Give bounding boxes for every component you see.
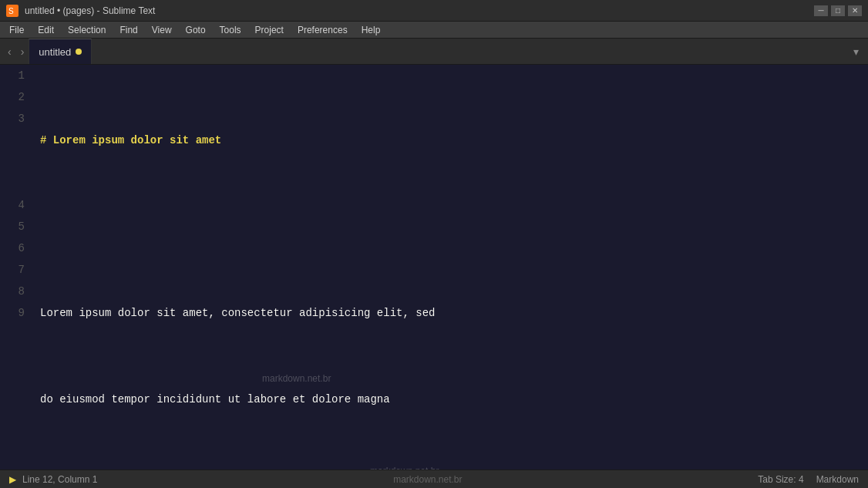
status-right: Tab Size: 4 Markdown <box>758 474 859 485</box>
tab-modified-dot <box>76 49 82 55</box>
status-bar: ▶ Line 12, Column 1 markdown.net.br Tab … <box>0 469 868 488</box>
svg-text:S: S <box>8 7 14 15</box>
app-icon: S <box>6 5 19 17</box>
editor[interactable]: 1 2 3 4 5 6 7 8 9 # Lorem ipsum dolor si… <box>0 65 868 469</box>
tab-dropdown-button[interactable]: ▾ <box>847 44 865 59</box>
line-number-11: 8 <box>6 281 25 302</box>
menu-selection[interactable]: Selection <box>62 23 112 37</box>
line-number-8: 5 <box>6 216 25 237</box>
title-bar: S untitled • (pages) - Sublime Text ─ □ … <box>0 0 868 22</box>
close-button[interactable]: ✕ <box>848 5 862 16</box>
menu-goto[interactable]: Goto <box>180 23 212 37</box>
line-number-3: 3 <box>6 108 25 130</box>
window-title: untitled • (pages) - Sublime Text <box>25 5 155 16</box>
status-arrow-icon: ▶ <box>9 474 16 485</box>
menu-view[interactable]: View <box>146 23 178 37</box>
title-bar-left: S untitled • (pages) - Sublime Text <box>6 5 155 17</box>
language-label: Markdown <box>816 474 859 485</box>
code-line-1: # Lorem ipsum dolor sit amet <box>40 130 868 151</box>
menu-tools[interactable]: Tools <box>214 23 247 37</box>
tab-size-label: Tab Size: 4 <box>758 474 803 485</box>
tab-untitled[interactable]: untitled <box>29 39 92 64</box>
line-number-6 <box>6 173 25 194</box>
status-watermark: markdown.net.br <box>393 474 462 485</box>
line-number-2: 2 <box>6 86 25 108</box>
menu-project[interactable]: Project <box>249 23 290 37</box>
cursor-position: Line 12, Column 1 <box>22 474 97 485</box>
line-numbers: 1 2 3 4 5 6 7 8 9 <box>0 65 34 469</box>
line-number-4 <box>6 130 25 151</box>
para-line-1: Lorem ipsum dolor sit amet, consectetur … <box>40 302 435 324</box>
menu-help[interactable]: Help <box>355 23 387 37</box>
tab-bar: ‹ › untitled ▾ <box>0 39 868 65</box>
editor-wrapper: 1 2 3 4 5 6 7 8 9 # Lorem ipsum dolor si… <box>0 65 868 469</box>
line-number-7: 4 <box>6 194 25 216</box>
code-line-3b: do eiusmod tempor incididunt ut labore e… <box>40 389 868 410</box>
line-number-5 <box>6 151 25 173</box>
maximize-button[interactable]: □ <box>831 5 845 16</box>
minimize-button[interactable]: ─ <box>814 5 828 16</box>
code-line-2 <box>40 216 868 237</box>
code-area[interactable]: # Lorem ipsum dolor sit amet Lorem ipsum… <box>34 65 868 469</box>
status-left: ▶ Line 12, Column 1 <box>9 474 97 485</box>
line-number-1: 1 <box>6 65 25 86</box>
line-number-10: 7 <box>6 259 25 281</box>
menu-bar: File Edit Selection Find View Goto Tools… <box>0 22 868 39</box>
tab-prev-button[interactable]: ‹ <box>3 44 16 59</box>
heading-text: # Lorem ipsum dolor sit amet <box>40 130 221 151</box>
code-line-3: Lorem ipsum dolor sit amet, consectetur … <box>40 302 868 324</box>
menu-file[interactable]: File <box>3 23 30 37</box>
line-number-12: 9 <box>6 302 25 324</box>
tab-label: untitled <box>39 46 71 58</box>
menu-edit[interactable]: Edit <box>32 23 60 37</box>
line-number-9: 6 <box>6 237 25 259</box>
menu-find[interactable]: Find <box>113 23 143 37</box>
window-controls: ─ □ ✕ <box>814 5 862 16</box>
tab-next-button[interactable]: › <box>16 44 29 59</box>
para-line-2: do eiusmod tempor incididunt ut labore e… <box>40 389 390 410</box>
menu-preferences[interactable]: Preferences <box>291 23 354 37</box>
